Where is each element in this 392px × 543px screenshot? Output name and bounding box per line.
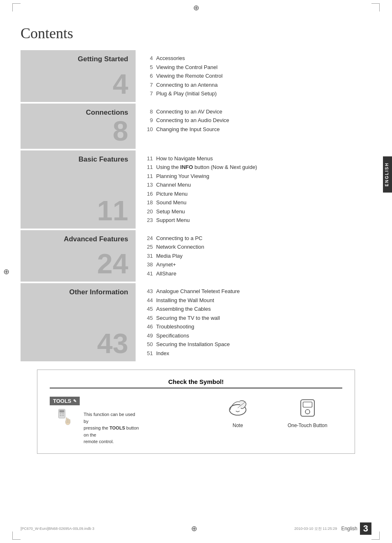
svg-rect-5 <box>62 415 64 416</box>
svg-rect-2 <box>60 413 62 414</box>
list-item: 50 Securing the Installation Space <box>144 340 371 349</box>
footer-date: 2010-03-10 오전 11:25:29 <box>294 526 337 531</box>
section-number-advanced-features: 24 <box>97 250 128 277</box>
list-item: 5 Viewing the Control Panel <box>144 63 371 72</box>
tools-description: This function can be used bypressing the… <box>84 411 141 445</box>
section-number-other-information: 43 <box>97 329 128 357</box>
note-label: Note <box>233 423 243 428</box>
list-item: 23 Support Menu <box>144 216 371 224</box>
section-other-information: Other Information 43 43 Analogue Channel… <box>21 283 371 361</box>
section-items-basic-features: 11 How to Navigate Menus 11 Using the IN… <box>136 150 371 229</box>
section-items-getting-started: 4 Accessories 5 Viewing the Control Pane… <box>136 50 371 102</box>
tools-small-icon <box>56 409 73 425</box>
list-item: 46 Troubleshooting <box>144 323 371 331</box>
footer-page-word: English <box>341 526 357 531</box>
list-item: 20 Setup Menu <box>144 208 371 216</box>
section-number-basic-features: 11 <box>97 196 128 224</box>
note-icon <box>226 397 249 419</box>
list-item: 38 Anynet+ <box>144 261 371 269</box>
section-number-connections: 8 <box>113 117 128 145</box>
tools-badge: TOOLS ✎ <box>50 397 80 405</box>
svg-rect-3 <box>62 413 64 414</box>
footer-right: 2010-03-10 오전 11:25:29 English 3 <box>294 522 371 535</box>
svg-rect-13 <box>303 402 312 407</box>
list-item: 45 Assembling the Cables <box>144 305 371 313</box>
list-item: 8 Connecting to an AV Device <box>144 108 371 116</box>
symbol-box-title: Check the Symbol! <box>50 378 342 388</box>
list-item: 16 Picture Menu <box>144 190 371 198</box>
list-item: 41 AllShare <box>144 270 371 278</box>
note-section: Note <box>203 397 273 428</box>
section-name-other-information: Other Information <box>69 288 128 296</box>
list-item: 4 Accessories <box>144 54 371 62</box>
onetouch-label: One-Touch Button <box>288 423 327 428</box>
main-content: Contents Getting Started 4 4 Accessories… <box>0 0 392 466</box>
onetouch-icon <box>296 397 319 419</box>
footer-page-number: 3 <box>360 522 371 535</box>
list-item: 31 Media Play <box>144 252 371 260</box>
section-label-advanced-features: Advanced Features 24 <box>21 230 136 282</box>
tools-badge-area: TOOLS ✎ <box>50 397 80 425</box>
list-item: 44 Installing the Wall Mount <box>144 296 371 305</box>
svg-rect-7 <box>66 418 67 423</box>
section-basic-features: Basic Features 11 11 How to Navigate Men… <box>21 150 371 229</box>
list-item: 51 Index <box>144 349 371 358</box>
svg-rect-1 <box>60 410 65 413</box>
list-item: 24 Connecting to a PC <box>144 234 371 243</box>
list-item: 7 Connecting to an Antenna <box>144 81 371 89</box>
svg-rect-8 <box>68 418 69 423</box>
section-name-getting-started: Getting Started <box>78 55 128 63</box>
list-item: 11 Using the INFO button (Now & Next gui… <box>144 163 371 171</box>
symbol-box-content: TOOLS ✎ <box>50 397 342 445</box>
list-item: 45 Securing the TV to the wall <box>144 314 371 322</box>
footer: [PC670_W-Euro]BN68-02695A-00L09.indb 3 ⊕… <box>0 522 392 535</box>
footer-filename: [PC670_W-Euro]BN68-02695A-00L09.indb 3 <box>21 527 94 531</box>
section-connections: Connections 8 8 Connecting to an AV Devi… <box>21 104 371 149</box>
list-item: 10 Changing the Input Source <box>144 125 371 134</box>
list-item: 6 Viewing the Remote Control <box>144 72 371 80</box>
footer-page-info: English 3 <box>341 522 371 535</box>
section-name-basic-features: Basic Features <box>78 155 128 164</box>
section-number-getting-started: 4 <box>113 70 128 98</box>
section-label-basic-features: Basic Features 11 <box>21 150 136 229</box>
page-title: Contents <box>21 25 371 42</box>
bottom-compass-icon: ⊕ <box>191 524 197 533</box>
symbol-box: Check the Symbol! TOOLS ✎ <box>37 370 355 454</box>
tools-badge-container: TOOLS ✎ <box>50 397 80 405</box>
section-advanced-features: Advanced Features 24 24 Connecting to a … <box>21 230 371 282</box>
svg-rect-4 <box>60 415 62 416</box>
section-label-other-information: Other Information 43 <box>21 283 136 361</box>
list-item: 9 Connecting to an Audio Device <box>144 116 371 125</box>
section-items-other-information: 43 Analogue Channel Teletext Feature 44 … <box>136 283 371 361</box>
tools-section: TOOLS ✎ <box>50 397 203 445</box>
section-items-connections: 8 Connecting to an AV Device 9 Connectin… <box>136 104 371 149</box>
svg-rect-9 <box>69 420 70 423</box>
list-item: 43 Analogue Channel Teletext Feature <box>144 287 371 296</box>
list-item: 11 How to Navigate Menus <box>144 155 371 163</box>
list-item: 7 Plug & Play (Initial Setup) <box>144 90 371 98</box>
section-getting-started: Getting Started 4 4 Accessories 5 Viewin… <box>21 50 371 102</box>
list-item: 13 Channel Menu <box>144 181 371 189</box>
section-name-advanced-features: Advanced Features <box>64 235 128 243</box>
list-item: 11 Planning Your Viewing <box>144 172 371 180</box>
section-label-connections: Connections 8 <box>21 104 136 149</box>
section-items-advanced-features: 24 Connecting to a PC 25 Network Connect… <box>136 230 371 282</box>
section-label-getting-started: Getting Started 4 <box>21 50 136 102</box>
list-item: 25 Network Connection <box>144 243 371 251</box>
page: ⊕ ⊕ ENGLISH Contents Getting Started 4 4… <box>0 0 392 543</box>
list-item: 49 Specifications <box>144 332 371 340</box>
list-item: 18 Sound Menu <box>144 199 371 207</box>
onetouch-section: One-Touch Button <box>272 397 342 428</box>
